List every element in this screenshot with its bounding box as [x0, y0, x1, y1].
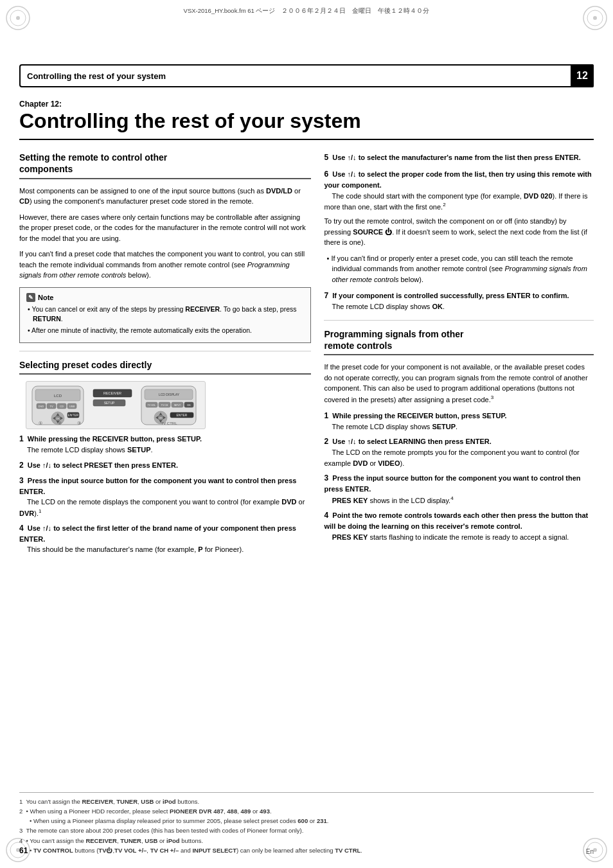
- s3-step-3: 3 Press the input source button for the …: [324, 472, 594, 506]
- section-divider-2: [324, 320, 594, 321]
- svg-text:DVD: DVD: [39, 405, 44, 408]
- right-bullet1: • If you can't find or properly enter a …: [324, 253, 594, 285]
- section-divider-1: [19, 351, 311, 351]
- section1-para2: However, there are cases where only cert…: [19, 212, 311, 244]
- svg-text:OK: OK: [159, 416, 163, 420]
- svg-text:RECEIVER: RECEIVER: [103, 391, 121, 395]
- svg-text:SETUP: SETUP: [104, 401, 115, 405]
- footer-notes: 1 You can't assign the RECEIVER, TUNER, …: [19, 792, 594, 855]
- right-column: 5 Use ↑/↓ to select the manufacturer's n…: [324, 152, 594, 558]
- svg-text:LCD: LCD: [54, 394, 62, 398]
- chapter-bar-title: Controlling the rest of your system: [27, 71, 166, 81]
- step-3: 3 Press the input source button for the …: [19, 475, 311, 518]
- footer-area: 1 You can't assign the RECEIVER, TUNER, …: [19, 792, 594, 855]
- content-area: Chapter 12: Controlling the rest of your…: [19, 100, 594, 836]
- section1-para1: Most components can be assigned to one o…: [19, 186, 311, 207]
- note-box-1: ✎ Note • You can cancel or exit any of t…: [19, 287, 311, 343]
- footnote-1: 1 You can't assign the RECEIVER, TUNER, …: [19, 797, 594, 806]
- step-7: 7 If your component is controlled succes…: [324, 290, 594, 312]
- svg-text:①: ①: [39, 421, 42, 425]
- chapter-badge: 12: [571, 64, 594, 87]
- footnote-4b: • TV CONTROL buttons (TV⏻,TV VOL +/–, TV…: [19, 846, 594, 855]
- step-6: 6 Use ↑/↓ to select the proper code from…: [324, 168, 594, 212]
- step-1: 1 While pressing the RECEIVER button, pr…: [19, 433, 311, 456]
- chapter-label: Chapter 12:: [19, 100, 594, 109]
- svg-text:LCD DISPLAY: LCD DISPLAY: [159, 393, 180, 396]
- page-lang: En: [586, 848, 594, 855]
- s3-step-1: 1 While pressing the RECEIVER button, pr…: [324, 410, 594, 432]
- footnote-4: 4 • You can't assign the RECEIVER, TUNER…: [19, 836, 594, 846]
- svg-text:ENTER: ENTER: [177, 413, 188, 417]
- two-col-layout: Setting the remote to control othercompo…: [19, 152, 594, 558]
- note-text-1: • You can cancel or exit any of the step…: [26, 305, 304, 336]
- chapter-bar: Controlling the rest of your system 12: [19, 64, 594, 87]
- corner-decoration-tl: [5, 5, 31, 31]
- corner-decoration-tr: [582, 5, 608, 31]
- remote-illustration: LCD DVD TV CD USB: [26, 381, 206, 429]
- right-para1: To try out the remote control, switch th…: [324, 216, 594, 248]
- chapter-main-title: Controlling the rest of your system: [19, 110, 594, 140]
- svg-text:ENTER: ENTER: [68, 413, 79, 417]
- svg-text:TV CTRL: TV CTRL: [161, 421, 177, 425]
- svg-text:③: ③: [77, 421, 81, 425]
- step-5: 5 Use ↑/↓ to select the manufacturer's n…: [324, 152, 594, 163]
- svg-text:②: ②: [58, 421, 62, 425]
- note-title-1: ✎ Note: [26, 293, 304, 302]
- section1-para3: If you can't find a preset code that mat…: [19, 249, 311, 281]
- s3-step-4: 4 Point the two remote controls towards …: [324, 509, 594, 542]
- svg-text:TV VOL: TV VOL: [148, 404, 156, 407]
- s3-step-2: 2 Use ↑/↓ to select LEARNING then press …: [324, 436, 594, 468]
- footnote-2: 2 • When using a Pioneer HDD recorder, p…: [19, 806, 594, 816]
- svg-point-5: [593, 16, 597, 20]
- svg-point-2: [16, 16, 20, 20]
- svg-text:INPUT: INPUT: [174, 404, 181, 407]
- page-number: 61: [19, 846, 28, 855]
- step-4: 4 Use ↑/↓ to select the first letter of …: [19, 522, 311, 555]
- note-icon-1: ✎: [26, 293, 35, 302]
- svg-text:OK: OK: [56, 417, 60, 420]
- svg-text:USB: USB: [69, 405, 75, 408]
- footnote-3: 3 The remote can store about 200 preset …: [19, 826, 594, 835]
- section1-heading: Setting the remote to control othercompo…: [19, 152, 311, 179]
- svg-text:OK: OK: [187, 403, 191, 407]
- file-meta: VSX-2016_HY.book.fm 61 ページ ２００６年２月２４日 金曜…: [35, 6, 578, 15]
- svg-text:TV: TV: [49, 405, 53, 408]
- section2-heading: Selecting preset codes directly: [19, 359, 311, 375]
- footnote-2b: • When using a Pioneer plasma display re…: [19, 816, 594, 826]
- svg-text:CD: CD: [60, 405, 64, 408]
- step-2: 2 Use ↑/↓ to select PRESET then press EN…: [19, 459, 311, 471]
- left-column: Setting the remote to control othercompo…: [19, 152, 311, 558]
- svg-text:TV CH: TV CH: [161, 404, 168, 407]
- section3-para1: If the preset code for your component is…: [324, 362, 594, 405]
- section3-heading: Programming signals from otherremote con…: [324, 328, 594, 355]
